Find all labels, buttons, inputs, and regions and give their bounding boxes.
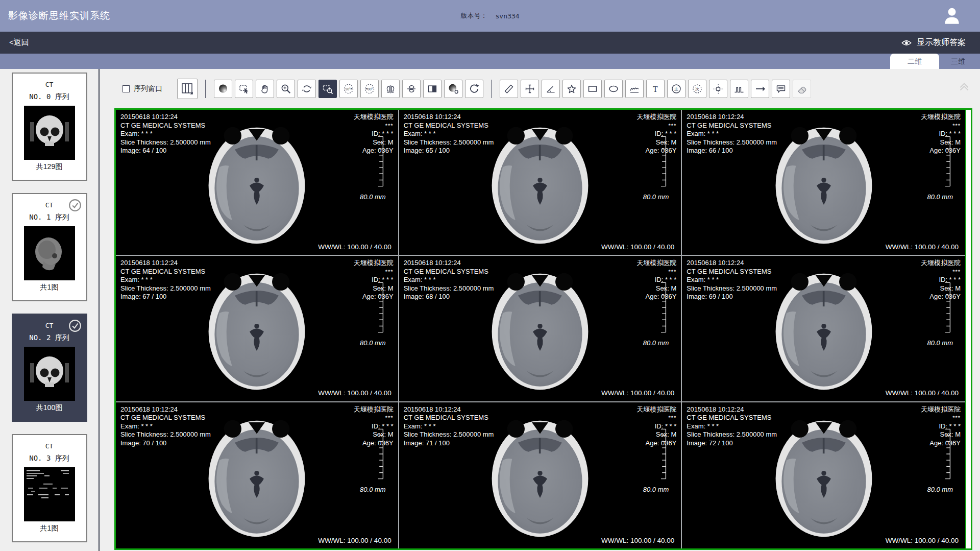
window-level-label: WW/WL: 100.00 / 40.00 — [318, 243, 391, 252]
overlay-top-right: 天堰模拟医院 *** ID: * * * Sex: M Age: 036Y — [354, 113, 394, 155]
overlay-top-left: 20150618 10:12:24 CT GE MEDICAL SYSTEMS … — [120, 259, 211, 301]
tool-arrow-button[interactable] — [751, 80, 769, 98]
overlay-stars: *** — [921, 414, 961, 422]
scale-ruler — [943, 279, 952, 336]
tab-2d[interactable]: 二维 — [890, 54, 939, 69]
view-mode-tabstrip: 二维 三维 — [0, 54, 980, 69]
tool-eraser-button[interactable] — [793, 80, 811, 98]
tool-center-mark-button[interactable] — [709, 80, 727, 98]
series-window-checkbox[interactable] — [122, 85, 130, 92]
app-title: 影像诊断思维实训系统 — [8, 9, 110, 22]
tool-invert-button[interactable] — [423, 80, 442, 98]
overlay-slice-thickness: Slice Thickness: 2.500000 mm — [404, 284, 494, 293]
overlay-patient-id: ID: * * * — [921, 422, 961, 431]
skull-front-thumbnail — [24, 347, 75, 401]
tool-reset-button[interactable] — [465, 80, 483, 98]
overlay-top-right: 天堰模拟医院 *** ID: * * * Sex: M Age: 036Y — [354, 405, 394, 448]
tool-probe-button[interactable] — [521, 80, 539, 98]
overlay-hospital: 天堰模拟医院 — [354, 113, 394, 122]
overlay-top-left: 20150618 10:12:24 CT GE MEDICAL SYSTEMS … — [120, 405, 211, 448]
series-image-count: 共1图 — [13, 283, 86, 292]
scale-ruler — [943, 425, 952, 483]
overlay-exam: Exam: * * * — [120, 422, 211, 431]
tool-layout-button[interactable] — [177, 79, 198, 99]
tool-profile-button[interactable] — [730, 80, 748, 98]
tool-text-button[interactable] — [646, 80, 665, 98]
ct-viewport-cell[interactable]: 20150618 10:12:24 CT GE MEDICAL SYSTEMS … — [399, 110, 682, 256]
collapse-toolbar-button chevron-up-icon[interactable] — [958, 80, 971, 91]
overlay-top-left: 20150618 10:12:24 CT GE MEDICAL SYSTEMS … — [120, 113, 211, 155]
show-teacher-answer-button[interactable]: 显示教师答案 — [901, 37, 966, 49]
overlay-exam: Exam: * * * — [120, 276, 211, 284]
tool-window-level-button[interactable] — [444, 80, 462, 98]
tool-angle-button[interactable] — [542, 80, 560, 98]
tool-rotate-button[interactable] — [298, 80, 316, 98]
secondary-mark-icon — [691, 83, 703, 95]
window-level-label: WW/WL: 100.00 / 40.00 — [886, 537, 959, 545]
ct-viewport-cell[interactable]: 20150618 10:12:24 CT GE MEDICAL SYSTEMS … — [399, 402, 682, 548]
primary-mark-icon — [670, 83, 682, 95]
tool-ellipse-button[interactable] — [604, 80, 623, 98]
ct-viewport-cell[interactable]: 20150618 10:12:24 CT GE MEDICAL SYSTEMS … — [682, 402, 965, 548]
tool-flip-vertical-button[interactable] — [402, 80, 421, 98]
tool-secondary-mark-button[interactable] — [688, 80, 706, 98]
scale-label: 80.0 mm — [927, 339, 953, 348]
back-button[interactable]: <返回 — [9, 38, 29, 47]
overlay-device: CT GE MEDICAL SYSTEMS — [404, 268, 494, 276]
series-item-3[interactable]: CTNO. 3 序列共1图 — [12, 434, 87, 542]
tool-rotate-90-ccw-button[interactable] — [339, 80, 358, 98]
overlay-age: Age: 036Y — [636, 439, 676, 448]
scale-label: 80.0 mm — [643, 339, 669, 348]
tool-pan-button[interactable] — [256, 80, 274, 98]
tool-primary-mark-button[interactable] — [667, 80, 685, 98]
arrow-icon — [754, 83, 766, 95]
toolbar-separator — [205, 80, 206, 98]
tool-star-button[interactable] — [562, 80, 581, 98]
overlay-exam: Exam: * * * — [687, 422, 777, 431]
tool-select-button[interactable] — [235, 80, 253, 98]
window-level-icon — [447, 83, 459, 95]
series-item-2[interactable]: CTNO. 2 序列共100图 — [12, 314, 87, 422]
scale-ruler — [658, 133, 668, 190]
overlay-age: Age: 036Y — [921, 147, 961, 155]
ct-brain-image — [197, 116, 317, 248]
tool-curve-button[interactable] — [625, 80, 644, 98]
toolbar-separator — [491, 80, 492, 98]
tab-3d[interactable]: 三维 — [939, 54, 977, 69]
overlay-slice-thickness: Slice Thickness: 2.500000 mm — [687, 138, 777, 147]
ct-viewport-cell[interactable]: 20150618 10:12:24 CT GE MEDICAL SYSTEMS … — [116, 256, 399, 402]
overlay-top-right: 天堰模拟医院 *** ID: * * * Sex: M Age: 036Y — [921, 113, 961, 155]
tool-comment-button[interactable] — [772, 80, 790, 98]
rotate-90-cw-icon — [363, 83, 376, 95]
tool-ruler-button[interactable] — [500, 80, 518, 98]
tool-rectangle-button[interactable] — [583, 80, 602, 98]
ct-viewport-cell[interactable]: 20150618 10:12:24 CT GE MEDICAL SYSTEMS … — [399, 256, 682, 402]
tool-flip-horizontal-button[interactable] — [381, 80, 400, 98]
user-icon[interactable] — [941, 5, 963, 27]
overlay-patient-id: ID: * * * — [921, 276, 961, 284]
overlay-stars: *** — [636, 414, 676, 422]
overlay-sex: Sex: M — [636, 138, 676, 147]
center-mark-icon — [712, 83, 724, 95]
overlay-slice-thickness: Slice Thickness: 2.500000 mm — [120, 138, 211, 147]
scale-ruler — [943, 133, 952, 190]
ct-viewport-cell[interactable]: 20150618 10:12:24 CT GE MEDICAL SYSTEMS … — [682, 256, 965, 402]
region-zoom-icon — [322, 83, 334, 95]
overlay-patient-id: ID: * * * — [636, 276, 676, 284]
viewer-scrollbar[interactable] — [965, 110, 971, 548]
tool-region-zoom-button[interactable] — [318, 80, 337, 98]
window-level-label: WW/WL: 100.00 / 40.00 — [318, 537, 391, 545]
tool-rotate-90-cw-button[interactable] — [360, 80, 379, 98]
eye-icon — [901, 37, 912, 49]
overlay-top-right: 天堰模拟医院 *** ID: * * * Sex: M Age: 036Y — [636, 259, 676, 301]
series-sidebar: CTNO. 0 序列共129图CTNO. 1 序列共1图CTNO. 2 序列共1… — [0, 69, 100, 551]
ct-viewport-cell[interactable]: 20150618 10:12:24 CT GE MEDICAL SYSTEMS … — [682, 110, 965, 256]
overlay-exam: Exam: * * * — [404, 422, 494, 431]
series-item-1[interactable]: CTNO. 1 序列共1图 — [12, 193, 87, 301]
series-item-0[interactable]: CTNO. 0 序列共129图 — [12, 73, 87, 181]
tool-zoom-in-button[interactable] — [277, 80, 295, 98]
ct-viewport-cell[interactable]: 20150618 10:12:24 CT GE MEDICAL SYSTEMS … — [116, 402, 399, 548]
overlay-sex: Sex: M — [921, 284, 961, 293]
ct-viewport-cell[interactable]: 20150618 10:12:24 CT GE MEDICAL SYSTEMS … — [116, 110, 399, 256]
tool-shade-sphere-button[interactable] — [214, 80, 232, 98]
